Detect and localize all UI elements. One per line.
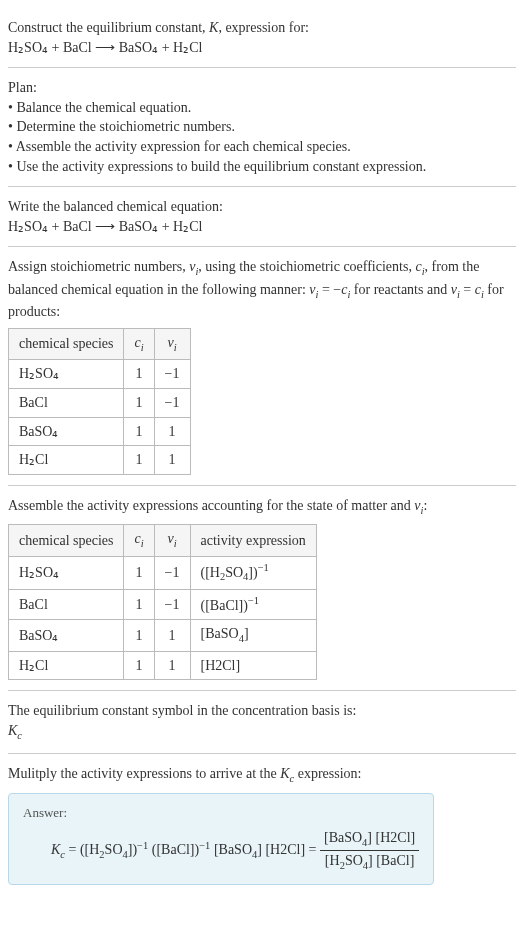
table-row: BaSO₄ 1 1 <box>9 417 191 446</box>
plan-bullet-3: • Assemble the activity expression for e… <box>8 137 516 157</box>
table-row: H₂SO₄ 1 −1 <box>9 360 191 389</box>
cell-vi: 1 <box>154 620 190 651</box>
cell-species: BaCl <box>9 589 124 619</box>
table-header-row: chemical species ci νi <box>9 328 191 359</box>
table-row: BaCl 1 −1 ([BaCl])−1 <box>9 589 317 619</box>
cell-ci: 1 <box>124 446 154 475</box>
th-ci: ci <box>124 328 154 359</box>
th-species: chemical species <box>9 328 124 359</box>
th-vi: νi <box>154 525 190 556</box>
activity-section: Assemble the activity expressions accoun… <box>8 486 516 691</box>
table-row: H₂Cl 1 1 <box>9 446 191 475</box>
balanced-equation: H₂SO₄ + BaCl ⟶ BaSO₄ + H₂Cl <box>8 217 516 237</box>
cell-species: BaSO₄ <box>9 417 124 446</box>
symbol-text: The equilibrium constant symbol in the c… <box>8 701 516 721</box>
cell-vi: −1 <box>154 556 190 589</box>
cell-species: H₂Cl <box>9 651 124 680</box>
cell-ci: 1 <box>124 556 154 589</box>
answer-expression: Kc = ([H2SO4])−1 ([BaCl])−1 [BaSO4] [H2C… <box>23 828 419 874</box>
cell-species: BaCl <box>9 388 124 417</box>
cell-vi: −1 <box>154 360 190 389</box>
plan-bullet-2: • Determine the stoichiometric numbers. <box>8 117 516 137</box>
th-species: chemical species <box>9 525 124 556</box>
activity-table: chemical species ci νi activity expressi… <box>8 524 317 680</box>
stoich-table: chemical species ci νi H₂SO₄ 1 −1 BaCl 1… <box>8 328 191 475</box>
cell-ci: 1 <box>124 620 154 651</box>
stoich-section: Assign stoichiometric numbers, νi, using… <box>8 247 516 485</box>
cell-ci: 1 <box>124 360 154 389</box>
table-row: BaSO₄ 1 1 [BaSO4] <box>9 620 317 651</box>
cell-vi: 1 <box>154 417 190 446</box>
cell-ci: 1 <box>124 651 154 680</box>
plan-heading: Plan: <box>8 78 516 98</box>
balanced-section: Write the balanced chemical equation: H₂… <box>8 187 516 247</box>
th-activity: activity expression <box>190 525 316 556</box>
plan-section: Plan: • Balance the chemical equation. •… <box>8 68 516 187</box>
cell-vi: 1 <box>154 651 190 680</box>
cell-species: H₂SO₄ <box>9 556 124 589</box>
th-ci: ci <box>124 525 154 556</box>
denominator: [H2SO4] [BaCl] <box>320 851 419 873</box>
cell-vi: 1 <box>154 446 190 475</box>
cell-activity: ([BaCl])−1 <box>190 589 316 619</box>
plan-bullet-1: • Balance the chemical equation. <box>8 98 516 118</box>
table-row: H₂Cl 1 1 [H2Cl] <box>9 651 317 680</box>
intro-text: Construct the equilibrium constant, K, e… <box>8 18 516 38</box>
plan-bullet-4: • Use the activity expressions to build … <box>8 157 516 177</box>
cell-ci: 1 <box>124 589 154 619</box>
cell-ci: 1 <box>124 388 154 417</box>
symbol-section: The equilibrium constant symbol in the c… <box>8 691 516 754</box>
numerator: [BaSO4] [H2Cl] <box>320 828 419 851</box>
cell-ci: 1 <box>124 417 154 446</box>
multiply-section: Mulitply the activity expressions to arr… <box>8 754 516 895</box>
balanced-heading: Write the balanced chemical equation: <box>8 197 516 217</box>
cell-activity: [H2Cl] <box>190 651 316 680</box>
intro-section: Construct the equilibrium constant, K, e… <box>8 8 516 68</box>
intro-equation: H₂SO₄ + BaCl ⟶ BaSO₄ + H₂Cl <box>8 38 516 58</box>
cell-activity: ([H2SO4])−1 <box>190 556 316 589</box>
table-row: H₂SO₄ 1 −1 ([H2SO4])−1 <box>9 556 317 589</box>
cell-species: H₂Cl <box>9 446 124 475</box>
cell-species: BaSO₄ <box>9 620 124 651</box>
kc-symbol: Kc <box>8 721 516 743</box>
stoich-text: Assign stoichiometric numbers, νi, using… <box>8 257 516 322</box>
cell-vi: −1 <box>154 388 190 417</box>
cell-species: H₂SO₄ <box>9 360 124 389</box>
answer-label: Answer: <box>23 804 419 822</box>
fraction: [BaSO4] [H2Cl] [H2SO4] [BaCl] <box>320 828 419 874</box>
answer-box: Answer: Kc = ([H2SO4])−1 ([BaCl])−1 [BaS… <box>8 793 434 885</box>
table-header-row: chemical species ci νi activity expressi… <box>9 525 317 556</box>
cell-activity: [BaSO4] <box>190 620 316 651</box>
cell-vi: −1 <box>154 589 190 619</box>
table-row: BaCl 1 −1 <box>9 388 191 417</box>
activity-text: Assemble the activity expressions accoun… <box>8 496 516 518</box>
multiply-text: Mulitply the activity expressions to arr… <box>8 764 516 786</box>
th-vi: νi <box>154 328 190 359</box>
